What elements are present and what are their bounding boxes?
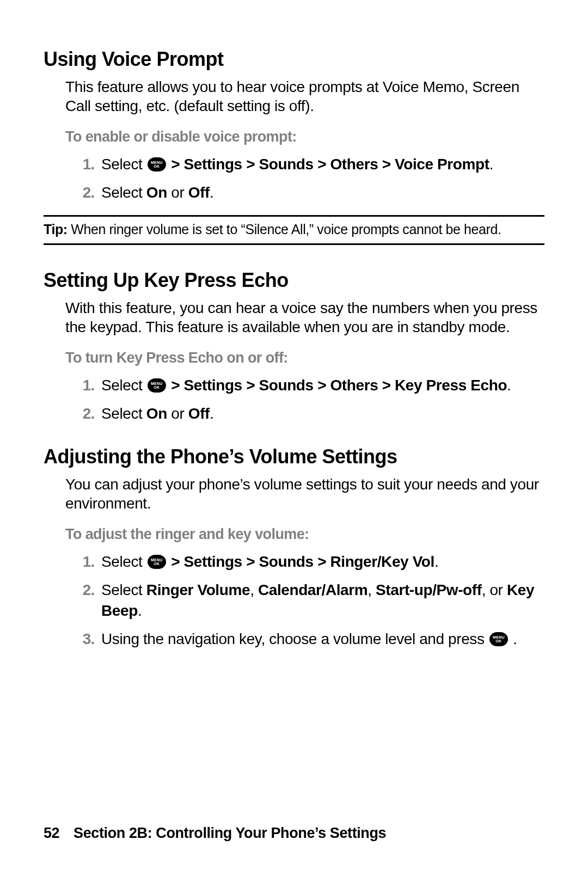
nav-path: > Settings > Sounds > Others > Key Press… [167, 377, 507, 394]
lead-voice-prompt: To enable or disable voice prompt: [44, 128, 544, 145]
step-3: Using the navigation key, choose a volum… [98, 629, 544, 650]
steps-voice-prompt: Select > Settings > Sounds > Others > Vo… [44, 154, 544, 203]
text: . [210, 184, 213, 201]
text: , [250, 581, 258, 598]
footer-section-title: Section 2B: Controlling Your Phone’s Set… [74, 825, 386, 841]
lead-key-press-echo: To turn Key Press Echo on or off: [44, 350, 544, 366]
step-2: Select On or Off. [98, 182, 544, 203]
text: or [167, 184, 188, 201]
option-on: On [146, 184, 167, 201]
opt-startup-pwoff: Start-up/Pw-off [376, 581, 482, 598]
option-off: Off [188, 184, 210, 201]
step-1: Select > Settings > Sounds > Others > Vo… [98, 154, 544, 175]
tip-label: Tip: [44, 222, 68, 237]
intro-key-press-echo: With this feature, you can hear a voice … [44, 298, 544, 336]
manual-page: Using Voice Prompt This feature allows y… [0, 0, 588, 882]
text: . [210, 405, 213, 422]
page-number: 52 [44, 825, 70, 842]
step-2: Select Ringer Volume, Calendar/Alarm, St… [98, 580, 544, 621]
heading-voice-prompt: Using Voice Prompt [44, 48, 544, 71]
option-off: Off [188, 405, 210, 422]
menu-ok-icon [148, 378, 166, 393]
text: . [507, 377, 511, 394]
step-2: Select On or Off. [98, 403, 544, 424]
tip-box: Tip: When ringer volume is set to “Silen… [44, 215, 544, 245]
text: Using the navigation key, choose a volum… [101, 630, 488, 647]
text: Select [101, 156, 146, 173]
nav-path: > Settings > Sounds > Ringer/Key Vol [167, 553, 434, 570]
text: . [138, 602, 142, 619]
menu-ok-icon [489, 632, 508, 646]
page-footer: 52 Section 2B: Controlling Your Phone’s … [44, 825, 544, 842]
text: . [434, 553, 438, 570]
step-1: Select > Settings > Sounds > Ringer/Key … [98, 552, 544, 572]
text: Select [101, 581, 146, 598]
step-1: Select > Settings > Sounds > Others > Ke… [98, 375, 544, 396]
text: , or [482, 581, 507, 598]
text: Select [101, 184, 146, 201]
steps-key-press-echo: Select > Settings > Sounds > Others > Ke… [44, 375, 544, 424]
heading-key-press-echo: Setting Up Key Press Echo [44, 269, 544, 292]
lead-volume-settings: To adjust the ringer and key volume: [44, 526, 544, 543]
menu-ok-icon [148, 157, 166, 171]
text: , [367, 581, 376, 598]
steps-volume-settings: Select > Settings > Sounds > Ringer/Key … [44, 552, 544, 649]
text: Select [101, 553, 146, 570]
heading-volume-settings: Adjusting the Phone’s Volume Settings [44, 445, 544, 468]
intro-volume-settings: You can adjust your phone’s volume setti… [44, 475, 544, 513]
text: Select [101, 377, 146, 394]
tip-text: When ringer volume is set to “Silence Al… [68, 222, 501, 237]
text: Select [101, 405, 146, 422]
opt-ringer-volume: Ringer Volume [146, 581, 250, 598]
intro-voice-prompt: This feature allows you to hear voice pr… [44, 77, 544, 115]
menu-ok-icon [148, 555, 166, 569]
nav-path: > Settings > Sounds > Others > Voice Pro… [167, 156, 489, 173]
text: . [489, 156, 493, 173]
opt-calendar-alarm: Calendar/Alarm [258, 581, 367, 598]
option-on: On [146, 405, 167, 422]
text: . [509, 630, 517, 647]
text: or [167, 405, 188, 422]
